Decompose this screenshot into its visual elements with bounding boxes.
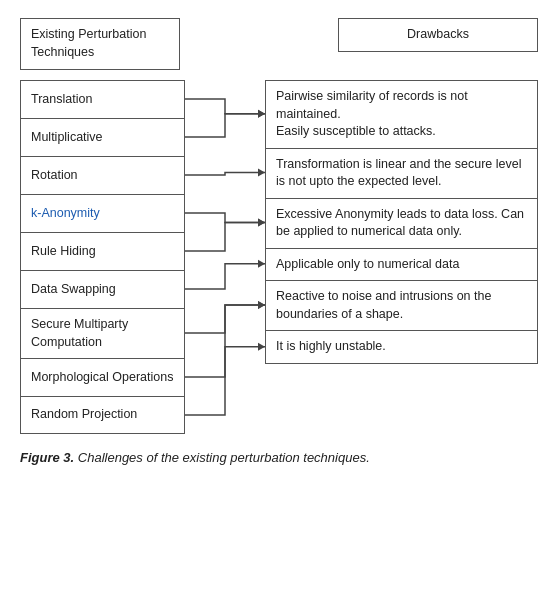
left-item-secure-multiparty: Secure Multiparty Computation	[20, 308, 185, 358]
left-item-data-swapping: Data Swapping	[20, 270, 185, 308]
right-item-1: Transformation is linear and the secure …	[265, 148, 538, 198]
svg-marker-4	[258, 219, 265, 227]
existing-techniques-label: Existing Perturbation Techniques	[31, 27, 146, 59]
left-techniques-column: TranslationMultiplicativeRotationk-Anony…	[20, 80, 185, 434]
figure-caption-text: Challenges of the existing perturbation …	[74, 450, 370, 465]
svg-marker-8	[258, 343, 265, 351]
main-sections: TranslationMultiplicativeRotationk-Anony…	[20, 80, 538, 434]
left-item-k-anonymity: k-Anonymity	[20, 194, 185, 232]
existing-techniques-box: Existing Perturbation Techniques	[20, 18, 180, 70]
drawbacks-header-box: Drawbacks	[338, 18, 538, 52]
right-item-4: Reactive to noise and intrusions on the …	[265, 280, 538, 330]
top-section: Existing Perturbation Techniques Drawbac…	[20, 18, 538, 70]
left-item-morphological: Morphological Operations	[20, 358, 185, 396]
figure-caption-bold: Figure 3.	[20, 450, 74, 465]
diagram-container: Existing Perturbation Techniques Drawbac…	[20, 18, 538, 465]
right-item-5: It is highly unstable.	[265, 330, 538, 364]
right-item-2: Excessive Anonymity leads to data loss. …	[265, 198, 538, 248]
svg-marker-1	[258, 110, 265, 118]
svg-marker-2	[258, 169, 265, 177]
connector-area	[185, 80, 265, 434]
svg-marker-5	[258, 260, 265, 268]
figure-caption: Figure 3. Challenges of the existing per…	[20, 450, 538, 465]
right-drawbacks-column: Pairwise similarity of records is not ma…	[265, 80, 538, 434]
svg-marker-7	[258, 301, 265, 309]
right-item-0: Pairwise similarity of records is not ma…	[265, 80, 538, 148]
right-item-3: Applicable only to numerical data	[265, 248, 538, 281]
left-item-translation: Translation	[20, 80, 185, 118]
left-item-multiplicative: Multiplicative	[20, 118, 185, 156]
left-item-rotation: Rotation	[20, 156, 185, 194]
left-item-random-projection: Random Projection	[20, 396, 185, 434]
drawbacks-header-label: Drawbacks	[407, 27, 469, 41]
left-item-rule-hiding: Rule Hiding	[20, 232, 185, 270]
connector-svg	[185, 80, 265, 434]
